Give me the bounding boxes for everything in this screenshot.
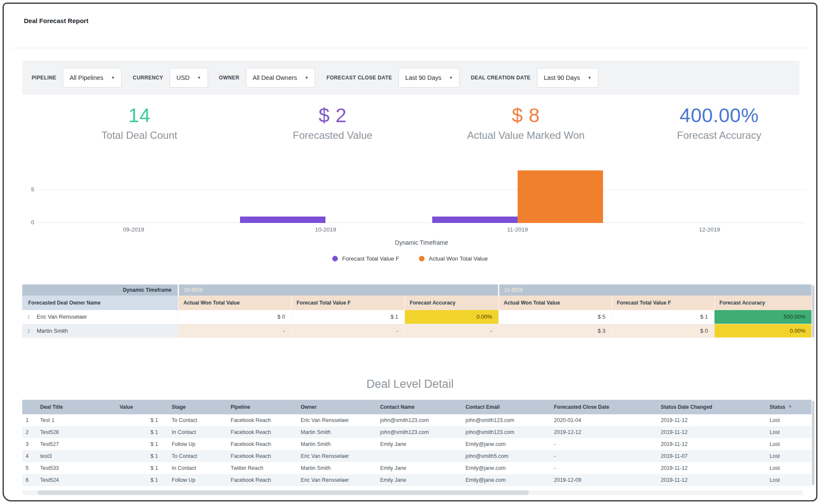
detail-cell: Test527 [36,438,115,450]
filter-label: OWNER [219,75,240,81]
pivot-column-header: Forecast Total Value F [612,296,714,310]
table-row[interactable]: 5Test533$ 1In ContactTwitter ReachMartin… [22,462,811,474]
detail-cell: john@smith123.com [461,414,550,426]
pivot-header: Dynamic Timeframe10-201911-2019Forecaste… [22,284,811,310]
kpi-label: Forecasted Value [236,129,430,141]
pivot-value-cell: $ 0 [178,310,291,324]
detail-column-header-pipeline[interactable]: Pipeline [226,400,296,414]
detail-cell: Martin Smith [296,462,376,474]
detail-column-header-deal-title[interactable]: Deal Title [36,400,115,414]
detail-cell: Emily Jane [376,462,461,474]
detail-cell: 2020-01-04 [550,414,656,426]
detail-header-row: Deal TitleValueStagePipelineOwnerContact… [22,400,811,414]
detail-cell: Lost [765,414,811,426]
detail-cell: Eric Van Rensselaer [296,474,376,486]
detail-column-header-value[interactable]: Value [115,400,167,414]
kpi-label: Forecast Accuracy [623,129,816,141]
filter-label: DEAL CREATION DATE [471,75,530,81]
table-row[interactable]: 6Test524$ 1Follow UpFacebook ReachEric V… [22,474,811,486]
detail-cell: - [550,462,656,474]
sort-asc-icon: ^ [789,404,791,410]
detail-column-header-owner[interactable]: Owner [296,400,376,414]
detail-cell: - [550,438,656,450]
detail-cell: Test524 [36,474,115,486]
kpi-value: 14 [43,105,236,126]
detail-cell: 2019-11-12 [656,414,765,426]
detail-column-header-forecasted-close-date[interactable]: Forecasted Close Date [550,400,656,414]
filter-label: PIPELINE [32,75,56,81]
detail-cell: test3 [36,450,115,462]
detail-cell: Emily@jane.com [461,474,550,486]
detail-column-header-status-date-changed[interactable]: Status Date Changed [656,400,765,414]
pivot-corner-label: Dynamic Timeframe [22,284,178,296]
dropdown-selected-value: USD [176,74,190,81]
detail-cell: Martin Smith [296,426,376,438]
detail-cell: Eric Van Rensselaer [296,414,376,426]
filter-group-2: OWNERAll Deal Owners▼ [219,68,316,88]
pivot-group-label: 10-2019 [178,284,498,296]
pivot-vertical-scrollbar[interactable] [812,285,814,337]
horizontal-scrollbar-thumb[interactable] [38,490,529,495]
kpi-value: 400.00% [623,105,816,126]
filter-dropdown[interactable]: USD▼ [170,68,208,88]
detail-cell: Test533 [36,462,115,474]
detail-cell: $ 1 [115,414,167,426]
row-number: 1 [27,314,37,319]
detail-cell: Lost [765,438,811,450]
pivot-value-cell: 500.00% [714,310,811,324]
detail-vertical-scrollbar[interactable] [812,401,814,485]
pivot-row[interactable]: 1Eric Van Rensselaer$ 0$ 10.00%$ 5$ 1500… [22,310,811,324]
filter-dropdown[interactable]: Last 90 Days▼ [398,68,460,88]
horizontal-scrollbar-track[interactable] [22,490,803,495]
pivot-value-cell: - [178,324,291,337]
detail-column-header-contact-email[interactable]: Contact Email [461,400,550,414]
detail-cell: john@smith123.com [376,426,461,438]
detail-column-header-status[interactable]: Status^ [765,400,811,414]
kpi-value: $ 8 [429,105,623,126]
pivot-row[interactable]: 2Martin Smith---$ 3$ 00.00% [22,324,811,337]
table-row[interactable]: 2Test528$ 1In ContactFacebook ReachMarti… [22,426,811,438]
dropdown-selected-value: All Deal Owners [253,74,297,81]
detail-cell: Facebook Reach [226,414,296,426]
legend-item-0[interactable]: Forecast Total Value F [332,255,399,262]
row-number: 1 [22,414,36,426]
detail-cell: john@smith123.com [461,426,550,438]
detail-column-header-contact-name[interactable]: Contact Name [376,400,461,414]
pivot-row-header: Forecasted Deal Owner Name [22,296,178,310]
detail-cell: Facebook Reach [226,474,296,486]
filter-group-0: PIPELINEAll Pipelines▼ [32,68,122,88]
table-row[interactable]: 3Test527$ 1Follow UpFacebook ReachMartin… [22,438,811,450]
table-row[interactable]: 4test3$ 1To ContactFacebook ReachEric Va… [22,450,811,462]
owner-name: Eric Van Rensselaer [37,314,87,320]
detail-column-header-stage[interactable]: Stage [167,400,226,414]
detail-cell: Lost [765,474,811,486]
table-row[interactable]: 1Test 1$ 1To ContactFacebook ReachEric V… [22,414,811,426]
header-divider [11,48,809,48]
kpi-label: Actual Value Marked Won [429,129,623,141]
pivot-body: 1Eric Van Rensselaer$ 0$ 10.00%$ 5$ 1500… [22,310,811,337]
legend-item-1[interactable]: Actual Won Total Value [419,255,488,262]
forecast-pivot-table: Dynamic Timeframe10-201911-2019Forecaste… [22,284,811,338]
pivot-row-name-cell: 2Martin Smith [22,324,178,337]
kpi-value: $ 2 [236,105,430,126]
chevron-down-icon: ▼ [197,76,201,80]
filter-group-3: FORECAST CLOSE DATELast 90 Days▼ [326,68,460,88]
chevron-down-icon: ▼ [588,76,592,80]
filter-dropdown[interactable]: All Pipelines▼ [63,68,122,88]
detail-cell: $ 1 [115,450,167,462]
legend-dot-icon [419,256,425,261]
pivot-column-header: Actual Won Total Value [178,296,291,310]
detail-section-title: Deal Level Detail [0,378,820,391]
detail-cell [376,450,461,462]
pivot-value-cell: - [291,324,404,337]
filter-dropdown[interactable]: Last 90 Days▼ [537,68,598,88]
deal-forecast-report-page: Deal Forecast Report PIPELINEAll Pipelin… [0,0,820,504]
detail-cell: Lost [765,450,811,462]
filter-dropdown[interactable]: All Deal Owners▼ [246,68,316,88]
pivot-column-header-row: Forecasted Deal Owner NameActual Won Tot… [22,296,811,310]
pivot-column-header: Actual Won Total Value [498,296,612,310]
chart-legend: Forecast Total Value FActual Won Total V… [0,255,820,262]
detail-cell: Emily Jane [376,474,461,486]
row-number: 2 [27,328,37,334]
detail-cell: Lost [765,426,811,438]
